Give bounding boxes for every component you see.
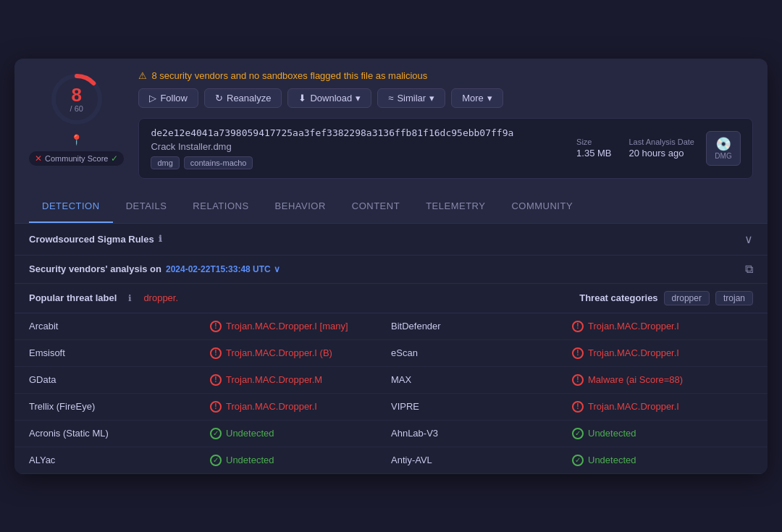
more-button[interactable]: More ▾: [451, 88, 503, 108]
vendor-name-antiy: Antiy-AVL: [391, 455, 572, 465]
vendor-name-gdata: GData: [29, 374, 210, 385]
community-score-label: Community Score: [45, 154, 108, 163]
sigma-rules-section[interactable]: Crowdsourced Sigma Rules ℹ ∨: [14, 224, 768, 256]
score-number: 8: [70, 85, 83, 104]
vendor-result-alyac: ✓ Undetected: [210, 455, 391, 466]
malicious-icon: !: [210, 321, 222, 332]
vendor-result-vipre: ! Trojan.MAC.Dropper.I: [572, 401, 753, 413]
warning-text: 8 security vendors and no sandboxes flag…: [151, 70, 427, 81]
reanalyze-label: Reanalyze: [227, 93, 271, 104]
result-text: Undetected: [588, 455, 636, 465]
result-text: Undetected: [226, 455, 274, 465]
vendor-name-arcabit: Arcabit: [29, 321, 210, 332]
vendor-name-max: MAX: [391, 374, 572, 385]
file-name: Crack Installer.dmg: [151, 141, 565, 152]
vendor-result-trellix: ! Trojan.MAC.Dropper.I: [210, 401, 391, 413]
similar-button[interactable]: ≈ Similar ▾: [377, 88, 445, 108]
tab-detection[interactable]: DETECTION: [29, 190, 113, 223]
file-type-label: DMG: [715, 152, 731, 160]
clean-icon: ✓: [210, 455, 222, 466]
x-icon: ✕: [35, 153, 42, 164]
cat-tag-trojan: trojan: [715, 291, 753, 305]
similar-icon: ≈: [388, 93, 393, 104]
header-section: 8 / 60 📍 ✕ Community Score ✓ ⚠ 8 securit…: [14, 59, 768, 190]
threat-label-row: Popular threat label ℹ dropper. Threat c…: [14, 284, 768, 313]
tab-relations[interactable]: RELATIONS: [180, 190, 261, 223]
date-value: 20 hours ago: [629, 148, 684, 159]
vendor-result-ahnlab: ✓ Undetected: [572, 428, 753, 439]
malicious-icon: !: [572, 347, 584, 359]
download-icon: ⬇: [298, 93, 306, 104]
tab-community[interactable]: COMMUNITY: [498, 190, 586, 223]
vendor-name-vipre: VIPRE: [391, 401, 572, 412]
tag-dmg: dmg: [151, 156, 179, 169]
threat-categories-label: Threat categories: [579, 292, 657, 303]
result-text: Malware (ai Score=88): [588, 374, 683, 385]
more-label: More: [462, 93, 484, 104]
size-label: Size: [576, 138, 611, 146]
file-info-box: de2e12e4041a7398059417725aa3fef3382298a3…: [138, 118, 753, 179]
analysis-bar-left: Security vendors' analysis on 2024-02-22…: [29, 263, 280, 274]
content-area: Crowdsourced Sigma Rules ℹ ∨ Security ve…: [14, 224, 768, 474]
sigma-rules-title: Crowdsourced Sigma Rules ℹ: [29, 234, 162, 245]
analysis-date[interactable]: 2024-02-22T15:33:48 UTC ∨: [166, 264, 280, 274]
follow-button[interactable]: ▷ Follow: [138, 88, 198, 108]
tab-behavior[interactable]: BEHAVIOR: [262, 190, 339, 223]
malicious-icon: !: [210, 374, 222, 386]
threat-value: dropper.: [143, 292, 178, 303]
result-text: Trojan.MAC.Dropper.I [many]: [226, 321, 348, 332]
table-row: Emsisoft ! Trojan.MAC.Dropper.I (B) eSca…: [14, 340, 768, 367]
header-right: ⚠ 8 security vendors and no sandboxes fl…: [138, 70, 753, 179]
warning-bar: ⚠ 8 security vendors and no sandboxes fl…: [138, 70, 753, 81]
score-denom: / 60: [70, 104, 83, 113]
vendor-name-ahnlab: AhnLab-V3: [391, 428, 572, 439]
vendor-result-escan: ! Trojan.MAC.Dropper.I: [572, 347, 753, 359]
result-text: Trojan.MAC.Dropper.I (B): [226, 347, 332, 358]
date-label: Last Analysis Date: [629, 138, 695, 146]
vendor-name-bitdefender: BitDefender: [391, 321, 572, 332]
file-meta: Size 1.35 MB Last Analysis Date 20 hours…: [576, 138, 694, 159]
result-text: Trojan.MAC.Dropper.I: [588, 321, 679, 332]
clean-icon: ✓: [210, 428, 222, 439]
table-row: ALYac ✓ Undetected Antiy-AVL ✓ Undetecte…: [14, 447, 768, 474]
similar-label: Similar: [397, 93, 426, 104]
score-section: 8 / 60 📍 ✕ Community Score ✓: [29, 70, 124, 166]
tab-details[interactable]: DETAILS: [113, 190, 180, 223]
vendor-result-arcabit: ! Trojan.MAC.Dropper.I [many]: [210, 321, 391, 332]
tab-telemetry[interactable]: TELEMETRY: [413, 190, 498, 223]
date-chevron-icon: ∨: [274, 264, 280, 274]
result-text: Trojan.MAC.Dropper.I: [588, 401, 679, 412]
copy-icon[interactable]: ⧉: [745, 263, 753, 276]
table-row: GData ! Trojan.MAC.Dropper.M MAX ! Malwa…: [14, 367, 768, 394]
community-score: ✕ Community Score ✓: [29, 151, 124, 166]
follow-icon: ▷: [149, 93, 156, 104]
table-row: Trellix (FireEye) ! Trojan.MAC.Dropper.I…: [14, 394, 768, 421]
result-text: Undetected: [588, 428, 636, 439]
table-row: Arcabit ! Trojan.MAC.Dropper.I [many] Bi…: [14, 313, 768, 340]
malicious-icon: !: [572, 374, 584, 386]
download-button[interactable]: ⬇ Download ▾: [287, 88, 371, 108]
vendor-result-antiy: ✓ Undetected: [572, 455, 753, 466]
action-buttons: ▷ Follow ↻ Reanalyze ⬇ Download ▾ ≈ Simi…: [138, 88, 753, 108]
check-icon: ✓: [111, 153, 118, 164]
vendor-table: Arcabit ! Trojan.MAC.Dropper.I [many] Bi…: [14, 313, 768, 474]
follow-label: Follow: [160, 93, 188, 104]
pin-icon: 📍: [70, 134, 83, 145]
info-icon: ℹ: [159, 234, 162, 244]
malicious-icon: !: [572, 321, 584, 332]
threat-categories: Threat categories dropper trojan: [579, 291, 753, 305]
tab-content[interactable]: CONTENT: [339, 190, 413, 223]
similar-chevron-icon: ▾: [429, 93, 434, 104]
file-details: de2e12e4041a7398059417725aa3fef3382298a3…: [151, 127, 565, 169]
meta-date: Last Analysis Date 20 hours ago: [629, 138, 695, 159]
tabs-bar: DETECTION DETAILS RELATIONS BEHAVIOR CON…: [14, 190, 768, 224]
tag-contains-macho: contains-macho: [184, 156, 253, 169]
malicious-icon: !: [210, 401, 222, 413]
reanalyze-button[interactable]: ↻ Reanalyze: [204, 88, 282, 108]
download-label: Download: [310, 93, 352, 104]
vendor-result-emsisoft: ! Trojan.MAC.Dropper.I (B): [210, 347, 391, 359]
vendor-result-gdata: ! Trojan.MAC.Dropper.M: [210, 374, 391, 386]
clean-icon: ✓: [572, 455, 584, 466]
download-chevron-icon: ▾: [356, 93, 361, 104]
file-tags: dmg contains-macho: [151, 156, 565, 169]
